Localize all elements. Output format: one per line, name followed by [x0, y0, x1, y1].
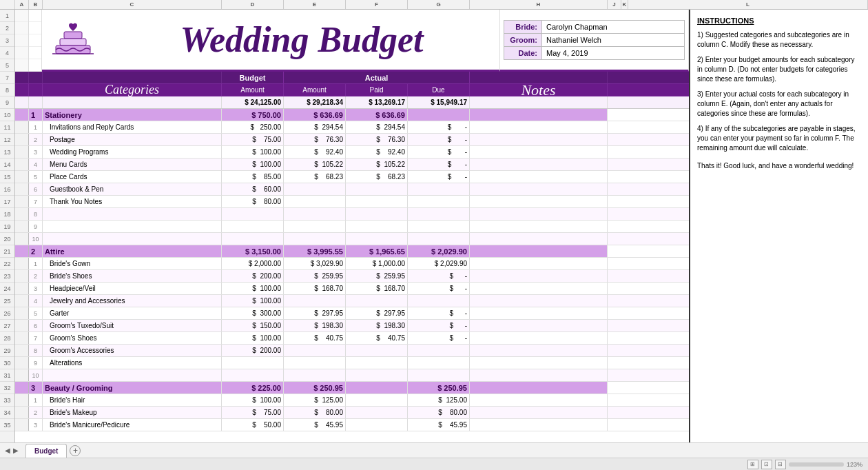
stationery-label: Stationery: [43, 109, 222, 121]
gacc-budget: $ 200.00: [222, 345, 284, 356]
shoes-budget: $ 200.00: [222, 270, 284, 282]
garter-actual: $ 297.95: [284, 307, 346, 319]
row-menu-cards: 4 Menu Cards $ 100.00 $ 105.22 $ 105.22 …: [15, 159, 689, 171]
garter-name: Garter: [43, 307, 222, 319]
gb-budget: $ 60.00: [222, 183, 284, 195]
post-num: 2: [29, 134, 43, 145]
tab-scroll-arrows[interactable]: ◀ ▶: [3, 447, 20, 454]
gb-paid: [346, 183, 408, 195]
mani-paid: [346, 419, 408, 431]
normal-view-button[interactable]: ⊞: [747, 460, 758, 469]
inv-budget: $ 250.00: [222, 121, 284, 133]
rn-34: 34: [0, 407, 14, 419]
instruction-1: 1) Suggested categories and subcategorie…: [697, 30, 861, 50]
bride-row: Bride: Carolyn Chapman: [504, 20, 685, 33]
place-paid: $ 68.23: [346, 171, 408, 183]
inv-cola: [15, 121, 29, 133]
menu-name: Menu Cards: [43, 159, 222, 170]
row-att-empty: 10: [15, 369, 689, 382]
garter-due: $ -: [408, 307, 470, 319]
tux-paid: $ 198.30: [346, 320, 408, 331]
instructions-title: INSTRUCTIONS: [697, 17, 861, 25]
alt-budget: [222, 357, 284, 369]
jewelry-notes: [470, 295, 608, 307]
scroll-right-arrow[interactable]: ▶: [12, 447, 20, 454]
ty-actual: [284, 196, 346, 207]
head-budget: $ 100.00: [222, 283, 284, 294]
rn-25: 25: [0, 295, 14, 307]
mani-notes: [470, 419, 608, 431]
rn-20: 20: [0, 233, 14, 245]
zoom-slider[interactable]: [789, 462, 844, 467]
rn-12: 12: [0, 134, 14, 146]
attire-label: Attire: [43, 245, 222, 257]
row-garter: 5 Garter $ 300.00 $ 297.95 $ 297.95 $ -: [15, 307, 689, 320]
rn-11: 11: [0, 121, 14, 134]
prog-name: Wedding Programs: [43, 146, 222, 158]
post-budget: $ 75.00: [222, 134, 284, 145]
page-break-button[interactable]: ⊟: [775, 460, 786, 469]
rn-15: 15: [0, 171, 14, 183]
prog-notes: [470, 146, 608, 158]
row-thankyou: 7 Thank You Notes $ 80.00: [15, 196, 689, 208]
menu-notes: [470, 159, 608, 170]
col-header-g: G: [408, 0, 470, 9]
section-stationery-header: 1 Stationery $ 750.00 $ 636.69 $ 636.69: [15, 109, 689, 121]
rn-26: 26: [0, 307, 14, 320]
rn-17: 17: [0, 196, 14, 208]
grand-due: $ 15,949.17: [408, 96, 470, 108]
mani-name: Bride's Manicure/Pedicure: [43, 419, 222, 431]
budget-tab[interactable]: Budget: [25, 444, 67, 458]
gshoes-due: $ -: [408, 332, 470, 344]
rn-2: 2: [0, 22, 14, 34]
menu-num: 4: [29, 159, 43, 170]
att-cola: [15, 245, 29, 257]
paid-label: Paid: [346, 84, 408, 96]
beauty-num: 3: [29, 382, 43, 394]
status-bar: ⊞ ⊡ ⊟ 123%: [0, 458, 868, 470]
beauty-actual: $ 250.95: [284, 382, 346, 394]
place-name: Place Cards: [43, 171, 222, 183]
page-layout-button[interactable]: ⊡: [761, 460, 772, 469]
subheader-rows: 7 Budget Actual 8: [0, 72, 689, 109]
grand-actual-amount: $ 29,218.34: [284, 96, 346, 108]
svg-rect-0: [64, 32, 82, 39]
view-controls: ⊞ ⊡ ⊟ 123%: [747, 460, 862, 469]
gown-paid: $ 1,000.00: [346, 258, 408, 269]
att-actual: $ 3,995.55: [284, 245, 346, 257]
s-e3-num: 10: [29, 233, 43, 245]
groom-value: Nathaniel Welch: [542, 33, 685, 46]
ty-paid: [346, 196, 408, 207]
instructions-panel: INSTRUCTIONS 1) Suggested categories and…: [689, 10, 868, 442]
jewelry-paid: [346, 295, 408, 307]
rn-1: 1: [0, 10, 14, 22]
rn-3: 3: [0, 34, 14, 47]
gacc-paid: [346, 345, 408, 356]
scroll-left-arrow[interactable]: ◀: [3, 447, 12, 454]
col-header-f: F: [346, 0, 408, 9]
jewelry-name: Jewelry and Accessories: [43, 295, 222, 307]
makeup-actual: $ 80.00: [284, 407, 346, 418]
row-brides-shoes: 2 Bride's Shoes $ 200.00 $ 259.95 $ 259.…: [15, 270, 689, 283]
post-paid: $ 76.30: [346, 134, 408, 145]
col-a-header: [15, 10, 29, 72]
grand-paid: $ 13,269.17: [346, 96, 408, 108]
grid-wrapper: 10 11 12 13 14 15 16 17 18 19 20 21 22 2…: [0, 109, 689, 442]
amount-label-2: Amount: [284, 84, 346, 96]
shoes-name: Bride's Shoes: [43, 270, 222, 282]
add-sheet-button[interactable]: +: [70, 445, 81, 456]
makeup-paid: [346, 407, 408, 418]
rn-13: 13: [0, 146, 14, 159]
groom-label: Groom:: [504, 33, 542, 46]
head-paid: $ 168.70: [346, 283, 408, 294]
row-nums-header: 1 2 3 4 5: [0, 10, 15, 72]
zoom-level: 123%: [847, 461, 862, 468]
beauty-label: Beauty / Grooming: [43, 382, 222, 394]
section-beauty-header: 3 Beauty / Grooming $ 225.00 $ 250.95 $ …: [15, 382, 689, 394]
categories-label: Categories: [105, 83, 159, 97]
prog-cola: [15, 146, 29, 158]
ty-notes: [470, 196, 608, 207]
row-num-col-main: 10 11 12 13 14 15 16 17 18 19 20 21 22 2…: [0, 109, 15, 442]
alt-actual: [284, 357, 346, 369]
gshoes-actual: $ 40.75: [284, 332, 346, 344]
